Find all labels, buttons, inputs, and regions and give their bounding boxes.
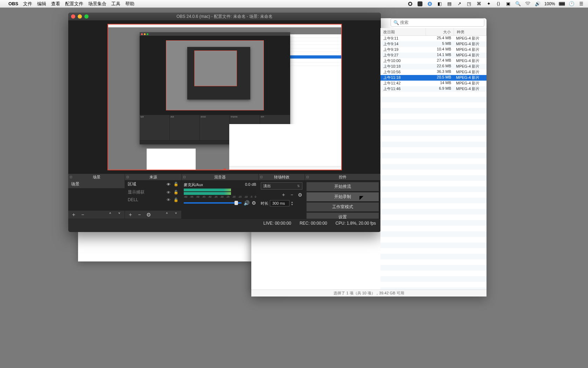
col-kind[interactable]: 种类 — [454, 28, 486, 35]
tray-icon-5[interactable]: ⌘ — [476, 1, 482, 7]
duration-input[interactable] — [270, 200, 289, 206]
source-down-button[interactable]: ˅ — [173, 212, 179, 218]
start-record-button[interactable]: 开始录制 — [306, 192, 379, 202]
minimize-button[interactable] — [78, 14, 82, 19]
add-scene-button[interactable]: ＋ — [70, 211, 77, 218]
menu-profile[interactable]: 配置文件 — [65, 1, 83, 7]
sources-list[interactable]: 区域👁🔓显示捕获👁🔓DELL👁🔓 — [125, 180, 181, 210]
transition-select[interactable]: 淡出 ⇅ — [261, 182, 302, 190]
start-stream-button[interactable]: 开始推流 — [306, 182, 379, 191]
visibility-icon[interactable]: 👁 — [167, 198, 172, 202]
wifi-icon[interactable] — [525, 1, 531, 7]
col-size[interactable]: 大小 — [426, 28, 454, 35]
duration-stepper[interactable]: ▲▼ — [291, 201, 293, 206]
studio-mode-button[interactable]: 工作室模式 — [306, 202, 379, 212]
volume-slider[interactable] — [184, 202, 241, 204]
transitions-body: 淡出 ⇅ ＋ － ⚙ 时长 ▲▼ — [259, 180, 304, 219]
app-name[interactable]: OBS — [8, 1, 18, 6]
finder-row[interactable]: 上午9:2714.1 MBMPEG-4 影片 — [380, 53, 486, 58]
scene-down-button[interactable]: ˅ — [116, 212, 122, 218]
scenes-list[interactable]: 场景 — [68, 180, 125, 210]
spotlight-icon[interactable]: 🔍 — [515, 1, 521, 7]
speaker-icon[interactable]: 🔊 — [244, 200, 250, 206]
source-item[interactable]: DELL👁🔓 — [125, 196, 181, 203]
lock-icon[interactable]: 🔓 — [174, 190, 178, 195]
source-item[interactable]: 区域👁🔓 — [125, 180, 181, 188]
finder-row[interactable]: 上午9:145 MBMPEG-4 影片 — [380, 41, 486, 47]
col-date[interactable]: 改日期 — [380, 28, 426, 35]
battery-percent[interactable]: 100% — [544, 1, 555, 6]
controls-header[interactable]: ⊡控件 — [305, 174, 380, 180]
menu-scene-collection[interactable]: 场景集合 — [88, 1, 106, 7]
scene-item[interactable]: 场景 — [68, 180, 125, 188]
finder-row[interactable]: 上午11:4214 MBMPEG-4 影片 — [380, 81, 486, 86]
source-up-button[interactable]: ˄ — [164, 212, 170, 218]
tray-icon-8[interactable]: ▣ — [505, 1, 511, 7]
finder-row[interactable]: 上午10:1822.6 MBMPEG-4 影片 — [380, 64, 486, 69]
obs-titlebar[interactable]: OBS 24.0.6 (mac) - 配置文件: 未命名 - 场景: 未命名 — [68, 13, 381, 20]
menu-view[interactable]: 查看 — [51, 1, 60, 7]
menu-tools[interactable]: 工具 — [111, 1, 120, 7]
finder-row[interactable]: 上午10:5636.3 MBMPEG-4 影片 — [380, 69, 486, 75]
tray-icon-7[interactable]: ⟨⟩ — [495, 1, 502, 7]
obs-tray-icon[interactable] — [407, 1, 413, 7]
finder-row[interactable]: 上午10:0027.4 MBMPEG-4 影片 — [380, 58, 486, 64]
finder-row[interactable]: 上午9:1125.4 MBMPEG-4 影片 — [380, 36, 486, 41]
remove-source-button[interactable]: － — [136, 211, 142, 218]
tray-icon-4[interactable]: ◳ — [466, 1, 472, 7]
menu-icon[interactable]: ☰ — [578, 1, 584, 7]
transitions-header[interactable]: ⊡转场特效 — [259, 174, 304, 180]
add-source-button[interactable]: ＋ — [127, 211, 133, 218]
scenes-header[interactable]: ⊡场景 — [68, 174, 125, 180]
add-transition-button[interactable]: ＋ — [281, 192, 286, 198]
finder-search-input[interactable] — [391, 18, 484, 27]
finder-row[interactable]: 上午11:466.9 MBMPEG-4 影片 — [380, 86, 486, 92]
background-window-1[interactable] — [78, 232, 252, 261]
lock-icon[interactable]: 🔓 — [174, 182, 178, 186]
preview-area[interactable]: 场景来源混音器转场特效控件 — [68, 20, 381, 174]
transition-settings-button[interactable]: ⚙ — [298, 192, 302, 198]
maximize-button[interactable] — [84, 14, 89, 19]
dropdown-icon: ⇅ — [297, 184, 300, 188]
svg-point-1 — [409, 3, 411, 5]
finder-row[interactable]: 上午9:1910.4 MBMPEG-4 影片 — [380, 47, 486, 53]
obs-window: OBS 24.0.6 (mac) - 配置文件: 未命名 - 场景: 未命名 场… — [68, 13, 381, 232]
creative-cloud-icon[interactable] — [417, 1, 423, 7]
lock-icon[interactable]: 🔓 — [174, 198, 178, 202]
menu-file[interactable]: 文件 — [23, 1, 32, 7]
finder-row[interactable]: 上午11:1820.5 MBMPEG-4 影片 — [380, 75, 486, 81]
pause-tray-icon[interactable] — [427, 1, 433, 7]
tray-icon-2[interactable]: ▤ — [446, 1, 453, 7]
clock-icon[interactable]: 🕐 — [568, 1, 575, 7]
vu-meter — [184, 192, 256, 195]
source-settings-button[interactable]: ⚙ — [145, 212, 152, 218]
search-icon: 🔍 — [393, 20, 399, 25]
sources-header[interactable]: ⊡来源 — [125, 174, 181, 180]
sources-title: 来源 — [149, 175, 157, 180]
battery-icon[interactable] — [559, 1, 565, 7]
remove-transition-button[interactable]: － — [289, 192, 294, 198]
tray-icon-1[interactable]: ◧ — [436, 1, 443, 7]
mixer-header[interactable]: ⊡混音器 — [182, 174, 258, 180]
selected-source-frame[interactable]: 场景来源混音器转场特效控件 — [107, 24, 342, 170]
tray-icon-6[interactable]: ✦ — [485, 1, 492, 7]
mixer-dock: ⊡混音器 麥克风/Aux 0.0 dB -60-55-50-45-40-35-3… — [182, 174, 259, 219]
visibility-icon[interactable]: 👁 — [167, 182, 172, 186]
mixer-body: 麥克风/Aux 0.0 dB -60-55-50-45-40-35-30-25-… — [182, 180, 258, 219]
close-button[interactable] — [71, 14, 75, 19]
volume-icon[interactable]: 🔊 — [534, 1, 541, 7]
finder-search-container: 🔍 — [391, 18, 484, 27]
remove-scene-button[interactable]: － — [79, 211, 86, 218]
menu-edit[interactable]: 编辑 — [37, 1, 46, 7]
menu-help[interactable]: 帮助 — [125, 1, 134, 7]
finder-empty-rows[interactable] — [380, 91, 486, 291]
settings-button[interactable]: 设置 — [306, 212, 379, 219]
transitions-title: 转场特效 — [274, 175, 289, 180]
scene-up-button[interactable]: ˄ — [107, 212, 113, 218]
visibility-icon[interactable]: 👁 — [167, 190, 172, 195]
svg-rect-4 — [429, 3, 430, 5]
mixer-settings-icon[interactable]: ⚙ — [252, 200, 256, 206]
window-controls — [71, 14, 89, 19]
tray-icon-3[interactable]: ↗ — [456, 1, 462, 7]
source-item[interactable]: 显示捕获👁🔓 — [125, 188, 181, 196]
